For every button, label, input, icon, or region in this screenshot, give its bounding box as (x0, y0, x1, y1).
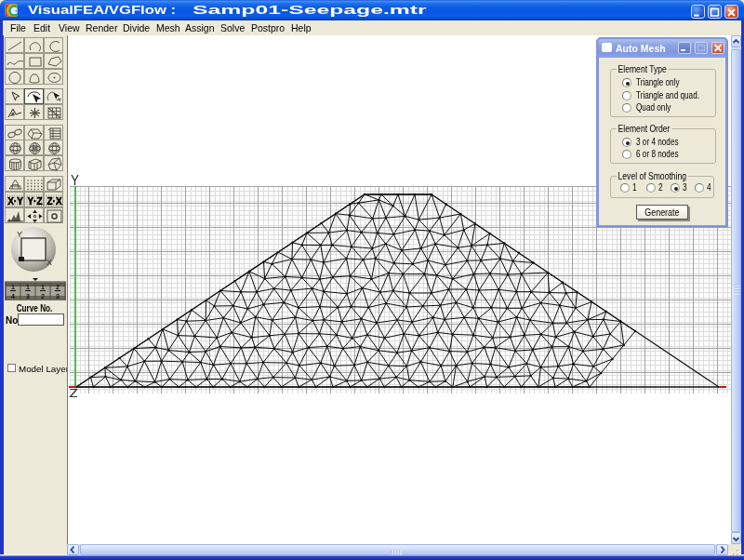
svg-text:1: 1 (26, 284, 30, 290)
svg-text:2: 2 (56, 284, 60, 290)
svg-text:1: 1 (11, 284, 15, 290)
svg-text:2: 2 (41, 293, 45, 300)
svg-text:X·Y: X·Y (7, 196, 23, 207)
svg-text:3: 3 (56, 293, 60, 300)
svg-text:X: X (46, 258, 52, 267)
svg-text:Y·Z: Y·Z (27, 196, 42, 207)
svg-text:3: 3 (26, 293, 30, 300)
svg-text:4: 4 (11, 293, 15, 300)
svg-text:Y: Y (17, 230, 22, 239)
svg-text:Z·X: Z·X (46, 196, 61, 207)
svg-text:1: 1 (41, 284, 45, 290)
